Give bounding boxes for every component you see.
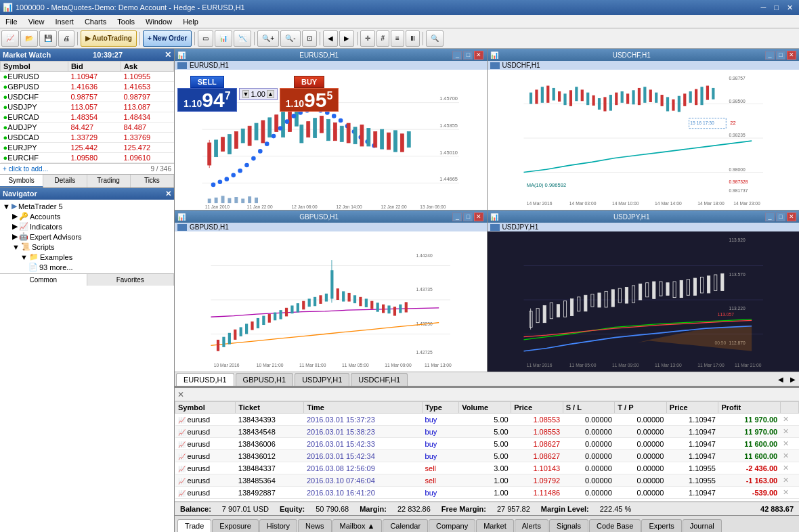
chart-tab-arrow-left[interactable]: ◀ (775, 374, 787, 384)
mw-row-eurchf[interactable]: ●EURCHF 1.09580 1.09610 (1, 153, 174, 163)
bottom-tab-market[interactable]: Market (476, 519, 514, 532)
eurusd-minimize-btn[interactable]: _ (452, 51, 462, 60)
mw-row-eurusd[interactable]: ●EURUSD 1.10947 1.10955 (1, 72, 174, 82)
crosshair-button[interactable]: ✛ (360, 30, 375, 47)
trade-row-2[interactable]: 📈 eurusd 138436006 2016.03.01 15:42:33 b… (175, 438, 799, 450)
grid-button[interactable]: # (376, 30, 390, 47)
bottom-tab-journal[interactable]: Journal (683, 519, 722, 532)
indicator-button[interactable]: Ⅲ (406, 30, 420, 47)
nav-more[interactable]: 📄 93 more... (1, 262, 173, 272)
nav-metatrader5[interactable]: ▼ ▶ MetaTrader 5 (1, 201, 173, 211)
nav-tab-favorites[interactable]: Favorites (87, 274, 175, 286)
close-trades-btn[interactable]: ✕ (177, 390, 184, 399)
usdchf-close-btn[interactable]: ✕ (787, 51, 796, 60)
mw-tab-trading[interactable]: Trading (87, 175, 131, 187)
bottom-tab-codebase[interactable]: Code Base (589, 519, 641, 532)
new-chart-button[interactable]: 📈 (1, 30, 19, 47)
volumes-button[interactable]: ≡ (391, 30, 404, 47)
usdchf-maximize-btn[interactable]: □ (776, 51, 785, 60)
menu-tools[interactable]: Tools (112, 16, 140, 27)
bottom-tab-experts[interactable]: Experts (641, 519, 681, 532)
trade-close-btn[interactable]: ✕ (780, 487, 798, 499)
trade-close-btn[interactable]: ✕ (780, 414, 798, 426)
menu-window[interactable]: Window (140, 16, 177, 27)
menu-charts[interactable]: Charts (79, 16, 112, 27)
trade-close-btn[interactable]: ✕ (780, 474, 798, 487)
mw-row-audjpy[interactable]: ●AUDJPY 84.427 84.487 (1, 123, 174, 133)
mw-tab-details[interactable]: Details (43, 175, 87, 187)
bottom-tab-news[interactable]: News (298, 519, 332, 532)
navigator-close[interactable]: ✕ (165, 190, 171, 198)
bar-chart-button[interactable]: ▭ (198, 30, 213, 47)
trade-close-btn[interactable]: ✕ (780, 462, 798, 474)
gbpusd-minimize-btn[interactable]: _ (452, 213, 462, 221)
eurusd-maximize-btn[interactable]: □ (463, 51, 473, 60)
maximize-button[interactable]: □ (771, 3, 782, 13)
buy-button[interactable]: BUY (294, 76, 324, 88)
trade-row-4[interactable]: 📈 eurusd 138484337 2016.03.08 12:56:09 s… (175, 462, 799, 474)
scroll-left-button[interactable]: ◀ (323, 30, 338, 47)
line-chart-button[interactable]: 📉 (234, 30, 251, 47)
bottom-tab-mailbox[interactable]: Mailbox ▲ (332, 519, 383, 532)
save-button[interactable]: 💾 (39, 30, 57, 47)
nav-accounts[interactable]: ▶ 🔑 Accounts (1, 211, 173, 221)
mw-row-eurcad[interactable]: ●EURCAD 1.48354 1.48434 (1, 112, 174, 123)
usdjpy-maximize-btn[interactable]: □ (776, 213, 785, 221)
open-button[interactable]: 📂 (20, 30, 38, 47)
nav-tab-common[interactable]: Common (0, 274, 87, 286)
mw-tab-symbols[interactable]: Symbols (0, 175, 43, 187)
print-button[interactable]: 🖨 (58, 30, 74, 47)
trade-row-1[interactable]: 📈 eurusd 138434548 2016.03.01 15:38:23 b… (175, 426, 799, 438)
chart-tab-eurusd[interactable]: EURUSD,H1 (176, 373, 234, 386)
chart-tab-arrow-right[interactable]: ▶ (787, 374, 799, 384)
bottom-tab-exposure[interactable]: Exposure (212, 519, 258, 532)
sell-button[interactable]: SELL (190, 76, 224, 88)
bottom-tab-company[interactable]: Company (429, 519, 475, 532)
menu-view[interactable]: View (23, 16, 50, 27)
fit-button[interactable]: ⊡ (302, 30, 317, 47)
mw-row-usdjpy[interactable]: ●USDJPY 113.057 113.087 (1, 102, 174, 112)
bottom-tab-calendar[interactable]: Calendar (383, 519, 428, 532)
new-order-button[interactable]: + New Order (143, 30, 192, 47)
trade-close-btn[interactable]: ✕ (780, 426, 798, 438)
mw-row-usdcad[interactable]: ●USDCAD 1.33729 1.33769 (1, 133, 174, 143)
nav-indicators[interactable]: ▶ 📈 Indicators (1, 221, 173, 231)
gbpusd-maximize-btn[interactable]: □ (463, 213, 473, 221)
gbpusd-close-btn[interactable]: ✕ (474, 213, 483, 221)
menu-insert[interactable]: Insert (49, 16, 79, 27)
chart-tab-gbpusd[interactable]: GBPUSD,H1 (236, 373, 294, 386)
market-watch-close[interactable]: ✕ (165, 50, 171, 60)
trade-close-btn[interactable]: ✕ (780, 438, 798, 450)
bottom-tab-alerts[interactable]: Alerts (515, 519, 548, 532)
bottom-tab-signals[interactable]: Signals (549, 519, 588, 532)
zoom-out-button[interactable]: 🔍- (280, 30, 300, 47)
autotrading-button[interactable]: ▶ AutoTrading (81, 30, 137, 47)
usdchf-minimize-btn[interactable]: _ (765, 51, 775, 60)
mw-row-usdchf[interactable]: ●USDCHF 0.98757 0.98797 (1, 92, 174, 102)
nav-examples[interactable]: ▼ 📁 Examples (1, 252, 173, 262)
chart-tab-usdjpy[interactable]: USDJPY,H1 (295, 373, 349, 386)
chart-tab-usdchf[interactable]: USDCHF,H1 (351, 373, 408, 386)
zoom-in-button[interactable]: 🔍+ (257, 30, 279, 47)
lot-increase-btn[interactable]: ▲ (267, 90, 274, 98)
menu-file[interactable]: File (0, 16, 23, 27)
mw-tab-ticks[interactable]: Ticks (131, 175, 174, 187)
lot-decrease-btn[interactable]: ▼ (242, 90, 250, 98)
scroll-right-button[interactable]: ▶ (339, 30, 354, 47)
bottom-tab-trade[interactable]: Trade (177, 519, 211, 532)
trade-close-btn[interactable]: ✕ (780, 450, 798, 462)
trade-row-3[interactable]: 📈 eurusd 138436012 2016.03.01 15:42:34 b… (175, 450, 799, 462)
trade-row-0[interactable]: 📈 eurusd 138434393 2016.03.01 15:37:23 b… (175, 414, 799, 426)
usdjpy-close-btn[interactable]: ✕ (787, 213, 796, 221)
candle-chart-button[interactable]: 📊 (215, 30, 232, 47)
usdjpy-minimize-btn[interactable]: _ (765, 213, 775, 221)
close-button[interactable]: ✕ (783, 3, 796, 13)
add-symbol-link[interactable]: + click to add... (3, 165, 48, 173)
bottom-tab-history[interactable]: History (259, 519, 297, 532)
trade-row-6[interactable]: 📈 eurusd 138492887 2016.03.10 16:41:20 b… (175, 487, 799, 499)
trade-row-5[interactable]: 📈 eurusd 138485364 2016.03.10 07:46:04 s… (175, 474, 799, 487)
nav-scripts[interactable]: ▼ 📜 Scripts (1, 242, 173, 252)
mw-row-gbpusd[interactable]: ●GBPUSD 1.41636 1.41653 (1, 82, 174, 92)
mw-row-eurjpy[interactable]: ●EURJPY 125.442 125.472 (1, 143, 174, 153)
menu-help[interactable]: Help (177, 16, 204, 27)
